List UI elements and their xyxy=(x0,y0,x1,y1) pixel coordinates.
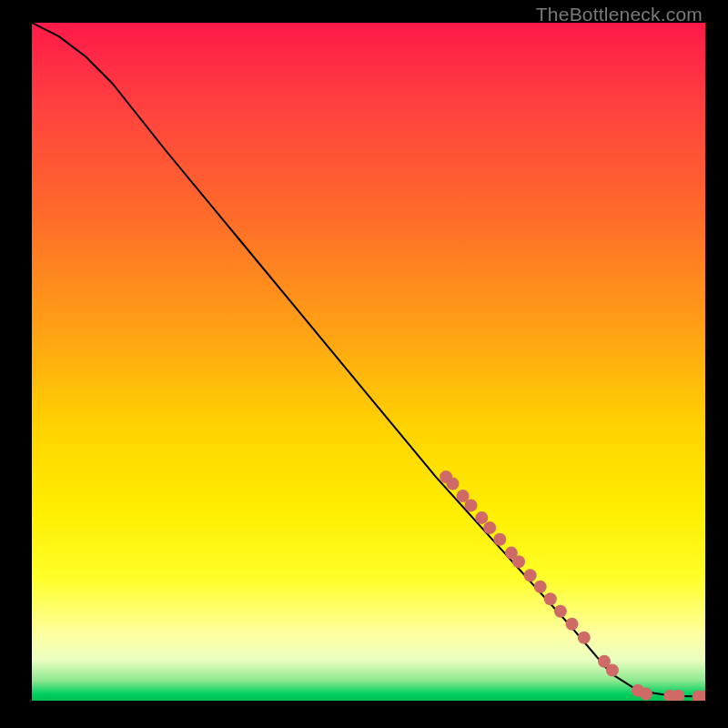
data-point xyxy=(699,691,705,702)
data-point xyxy=(672,690,684,701)
data-point xyxy=(512,555,525,568)
data-point xyxy=(440,470,452,483)
curve-line xyxy=(32,23,705,697)
data-point xyxy=(457,490,470,502)
data-point xyxy=(534,581,547,593)
data-point xyxy=(566,618,579,631)
data-point xyxy=(598,655,611,668)
data-point xyxy=(483,521,496,534)
data-point xyxy=(493,533,506,546)
data-point xyxy=(554,605,567,618)
chart-svg xyxy=(32,23,705,701)
data-point xyxy=(578,632,591,644)
data-point xyxy=(465,499,478,511)
chart-frame: TheBottleneck.com xyxy=(0,0,728,728)
data-point xyxy=(505,547,518,560)
data-point xyxy=(640,688,652,701)
data-point xyxy=(475,511,488,524)
data-point xyxy=(693,691,705,702)
data-point xyxy=(544,592,557,605)
data-point xyxy=(524,569,537,581)
data-point xyxy=(664,690,677,701)
data-point xyxy=(447,478,460,490)
plot-area xyxy=(32,23,705,701)
data-point xyxy=(606,664,619,677)
scatter-points xyxy=(440,470,705,701)
data-point xyxy=(632,684,644,697)
